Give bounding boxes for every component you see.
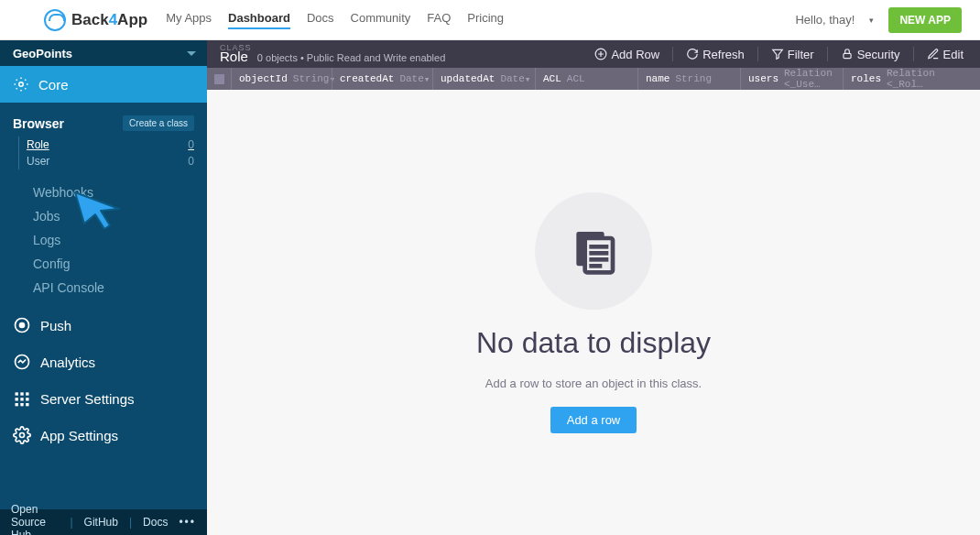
column-header-name[interactable]: nameString — [637, 68, 740, 90]
empty-state-circle — [535, 192, 652, 310]
analytics-icon — [13, 353, 31, 371]
refresh-button[interactable]: Refresh — [679, 44, 752, 65]
create-class-button[interactable]: Create a class — [123, 115, 194, 131]
empty-subtitle: Add a row to store an object in this cla… — [485, 377, 702, 390]
tool-sep — [913, 47, 914, 61]
core-icon — [13, 76, 29, 93]
sort-icon: ▾ — [525, 73, 531, 85]
sidebar-item-api-console[interactable]: API Console — [33, 276, 194, 300]
greeting-dropdown-icon[interactable]: ▾ — [869, 16, 874, 25]
select-all-column[interactable] — [207, 74, 231, 84]
new-app-button[interactable]: NEW APP — [888, 7, 962, 33]
class-name-label: Role — [27, 138, 49, 151]
add-row-button[interactable]: Add Row — [587, 44, 667, 65]
column-type: Relation <_Use… — [784, 68, 835, 90]
nav-link-docs[interactable]: Docs — [307, 11, 334, 29]
security-button[interactable]: Security — [833, 44, 908, 65]
class-count: 0 — [188, 138, 194, 151]
greeting-text: Hello, thay! — [795, 13, 855, 27]
column-header-roles[interactable]: rolesRelation <_Rol… — [843, 68, 945, 90]
column-header-users[interactable]: usersRelation <_Use… — [740, 68, 843, 90]
sidebar-item-webhooks[interactable]: Webhooks — [33, 180, 194, 204]
tool-sep — [672, 47, 673, 61]
browser-title[interactable]: Browser — [13, 116, 64, 131]
sort-icon: ▾ — [424, 73, 430, 85]
footer-sep: | — [70, 516, 72, 529]
svg-rect-5 — [20, 392, 23, 395]
server-settings-label: Server Settings — [40, 391, 135, 407]
empty-add-row-button[interactable]: Add a row — [550, 407, 637, 433]
sidebar-app-settings[interactable]: App Settings — [0, 417, 207, 453]
nav-link-dashboard[interactable]: Dashboard — [228, 11, 290, 29]
analytics-label: Analytics — [40, 355, 95, 370]
class-row-user[interactable]: User0 — [27, 153, 194, 169]
nav-links: My AppsDashboardDocsCommunityFAQPricing — [166, 11, 504, 29]
column-name: createdAt — [340, 73, 394, 84]
grid-header: objectIdString▾createdAtDate▾updatedAtDa… — [207, 68, 980, 90]
security-label: Security — [857, 48, 900, 61]
add-row-label: Add Row — [611, 48, 659, 61]
class-tag: CLASS — [220, 44, 445, 51]
brand-text: Back4App — [71, 11, 147, 29]
tool-sep — [757, 47, 758, 61]
content-area: CLASS Role 0 objects • Public Read and W… — [207, 40, 980, 535]
class-name: Role — [220, 49, 248, 64]
push-icon — [13, 316, 31, 334]
class-meta: 0 objects • Public Read and Write enable… — [257, 52, 445, 63]
footer-link-github[interactable]: GitHub — [84, 516, 118, 529]
sidebar-server-settings[interactable]: Server Settings — [0, 380, 207, 417]
column-header-acl[interactable]: ACLACL — [535, 68, 637, 90]
column-name: roles — [851, 73, 881, 84]
footer-link-open-source-hub[interactable]: Open Source Hub — [11, 503, 59, 535]
checkbox-icon — [214, 74, 224, 84]
app-selector[interactable]: GeoPoints — [0, 40, 207, 66]
class-row-role[interactable]: Role0 — [27, 136, 194, 153]
footer-more-icon[interactable]: ••• — [179, 516, 196, 529]
column-header-objectid[interactable]: objectIdString▾ — [231, 68, 332, 90]
edit-icon — [927, 48, 940, 60]
class-toolbar: CLASS Role 0 objects • Public Read and W… — [207, 40, 980, 68]
sidebar-footer: Open Source Hub|GitHub|Docs••• — [0, 509, 207, 535]
column-type: Date — [500, 73, 524, 84]
svg-rect-15 — [844, 53, 851, 58]
core-label: Core — [38, 77, 69, 93]
svg-point-2 — [20, 323, 25, 328]
brand-logo[interactable]: Back4App — [44, 9, 147, 31]
filter-icon — [771, 48, 784, 60]
sidebar-push[interactable]: Push — [0, 307, 207, 344]
nav-link-pricing[interactable]: Pricing — [467, 11, 504, 29]
nav-link-faq[interactable]: FAQ — [427, 11, 451, 29]
plus-circle-icon — [594, 48, 607, 60]
sidebar: GeoPoints Core Browser Create a class Ro… — [0, 40, 207, 535]
top-nav: Back4App My AppsDashboardDocsCommunityFA… — [0, 0, 980, 40]
column-header-updatedat[interactable]: updatedAtDate▾ — [432, 68, 535, 90]
footer-link-docs[interactable]: Docs — [143, 516, 168, 529]
core-section[interactable]: Core — [0, 66, 207, 103]
column-type: String — [293, 73, 330, 84]
documents-icon — [568, 225, 619, 277]
toolbar-actions: Add Row Refresh Filter Security — [587, 44, 980, 65]
svg-rect-10 — [16, 403, 18, 406]
sidebar-item-config[interactable]: Config — [33, 252, 194, 276]
empty-title: No data to display — [476, 326, 711, 360]
sidebar-item-logs[interactable]: Logs — [33, 228, 194, 252]
edit-button[interactable]: Edit — [920, 44, 971, 65]
sidebar-item-jobs[interactable]: Jobs — [33, 204, 194, 228]
server-settings-icon — [13, 389, 31, 408]
class-info: CLASS Role 0 objects • Public Read and W… — [207, 44, 458, 64]
filter-button[interactable]: Filter — [764, 44, 822, 65]
column-header-createdat[interactable]: createdAtDate▾ — [332, 68, 432, 90]
footer-sep: | — [129, 516, 132, 529]
app-settings-label: App Settings — [40, 428, 118, 443]
svg-rect-6 — [26, 392, 28, 395]
svg-rect-4 — [16, 392, 18, 395]
column-type: ACL — [567, 73, 585, 84]
refresh-icon — [686, 48, 699, 60]
svg-point-13 — [20, 433, 25, 438]
nav-link-my-apps[interactable]: My Apps — [166, 11, 212, 29]
tool-sep — [827, 47, 828, 61]
sidebar-analytics[interactable]: Analytics — [0, 344, 207, 380]
column-name: ACL — [543, 73, 561, 84]
browser-block: Browser Create a class Role0User0 — [0, 103, 207, 175]
nav-link-community[interactable]: Community — [351, 11, 411, 29]
